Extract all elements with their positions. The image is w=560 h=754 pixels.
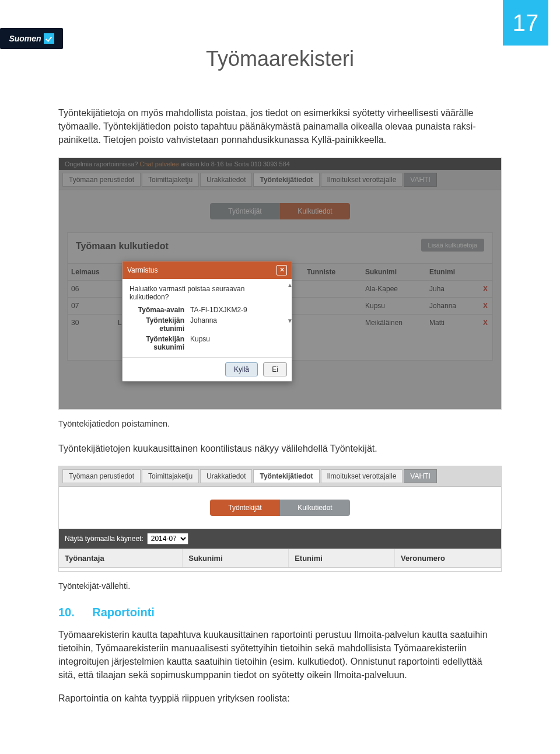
confirm-modal: Varmistus ✕ Haluatko varmasti poistaa se… [122, 261, 292, 382]
field-label: Työntekijän sukunimi [130, 335, 184, 351]
subtab-kulkutiedot[interactable]: Kulkutiedot [280, 500, 350, 516]
field-value: Kupsu [190, 335, 285, 351]
page-title: Työmaarekisteri [58, 47, 502, 71]
confirm-no-button[interactable]: Ei [263, 362, 287, 376]
body-paragraph: Työntekijätietojen kuukausittainen koont… [58, 442, 502, 455]
page-number-badge: 17 [503, 0, 548, 46]
modal-question: Haluatko varmasti poistaa seuraavan kulk… [130, 285, 285, 301]
section-title: Raportointi [92, 606, 155, 619]
field-label: Työntekijän etunimi [130, 316, 184, 333]
section-heading: 10. Raportointi [58, 604, 502, 621]
screenshot-delete-confirmation: Ongelmia raportoinnissa? Chat palvelee a… [58, 158, 502, 410]
logo-text: Suomen [9, 34, 41, 43]
check-icon [44, 33, 54, 44]
subtab-tyontekijat[interactable]: Työntekijät [210, 500, 280, 516]
tab-tyontekijatiedot[interactable]: Työntekijätiedot [253, 469, 319, 483]
body-paragraph: Työmaarekisterin kautta tapahtuva kuukau… [58, 628, 502, 682]
subtab-segment: Työntekijät Kulkutiedot [59, 500, 501, 516]
section-number: 10. [58, 606, 75, 619]
close-icon[interactable]: ✕ [276, 265, 287, 275]
col-veronumero: Veronumero [395, 549, 501, 567]
month-filter-row: Näytä työmaalla käyneet: 2014-07 [59, 529, 501, 549]
field-value: Johanna [190, 316, 285, 333]
intro-paragraph: Työntekijätietoja on myös mahdollista po… [58, 106, 502, 147]
confirm-yes-button[interactable]: Kyllä [225, 362, 258, 376]
modal-title: Varmistus [127, 266, 158, 274]
tab-ilmoitukset[interactable]: Ilmoitukset verottajalle [321, 469, 403, 483]
tab-toimittajaketju[interactable]: Toimittajaketju [142, 469, 199, 483]
brand-logo: Suomen [0, 28, 63, 49]
scroll-up-icon[interactable]: ▲ [287, 282, 293, 288]
screenshot-tyontekijat-tab: Työmaan perustiedot Toimittajaketju Urak… [58, 466, 502, 572]
col-sukunimi: Sukunimi [183, 549, 289, 567]
month-select[interactable]: 2014-07 [147, 533, 188, 544]
employees-table-header: Työnantaja Sukunimi Etunimi Veronumero [59, 549, 501, 568]
tab-urakkatiedot[interactable]: Urakkatiedot [200, 469, 252, 483]
col-tyonantaja: Työnantaja [59, 549, 183, 567]
figure-caption: Työntekijät-vällehti. [58, 580, 502, 592]
body-paragraph: Raportointia on kahta tyyppiä riippuen y… [58, 692, 502, 705]
col-etunimi: Etunimi [289, 549, 395, 567]
tab-vahti[interactable]: VAHTI [404, 469, 436, 483]
field-value: TA-FI-1DXJKM2-9 [190, 306, 285, 314]
filter-label: Näytä työmaalla käyneet: [65, 535, 144, 543]
tab-perustiedot[interactable]: Työmaan perustiedot [62, 469, 141, 483]
main-tabs: Työmaan perustiedot Toimittajaketju Urak… [59, 466, 501, 487]
scroll-down-icon[interactable]: ▼ [287, 317, 293, 324]
field-label: Työmaa-avain [130, 306, 184, 314]
figure-caption: Työntekijätiedon poistaminen. [58, 418, 502, 430]
